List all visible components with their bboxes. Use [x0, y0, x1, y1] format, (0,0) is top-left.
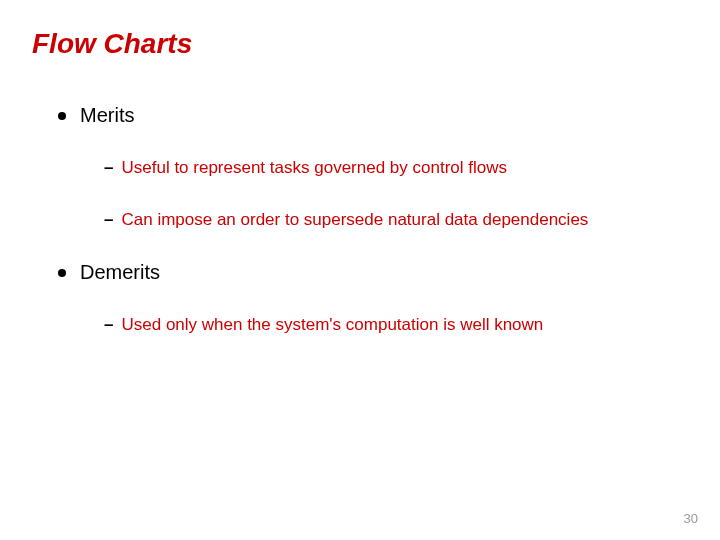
list-item: Demerits: [0, 261, 720, 284]
bullet-text: Used only when the system's computation …: [121, 314, 543, 336]
slide: Flow Charts Merits – Useful to represent…: [0, 0, 720, 540]
dash-icon: –: [104, 209, 113, 231]
section-heading: Demerits: [80, 261, 160, 284]
dash-icon: –: [104, 314, 113, 336]
list-item: – Used only when the system's computatio…: [0, 314, 720, 336]
bullet-icon: [58, 112, 66, 120]
bullet-text: Useful to represent tasks governed by co…: [121, 157, 507, 179]
section-heading: Merits: [80, 104, 134, 127]
list-item: Merits: [0, 104, 720, 127]
dash-icon: –: [104, 157, 113, 179]
slide-title: Flow Charts: [0, 28, 720, 60]
bullet-text: Can impose an order to supersede natural…: [121, 209, 588, 231]
list-item: – Useful to represent tasks governed by …: [0, 157, 720, 179]
bullet-icon: [58, 269, 66, 277]
page-number: 30: [684, 511, 698, 526]
list-item: – Can impose an order to supersede natur…: [0, 209, 720, 231]
